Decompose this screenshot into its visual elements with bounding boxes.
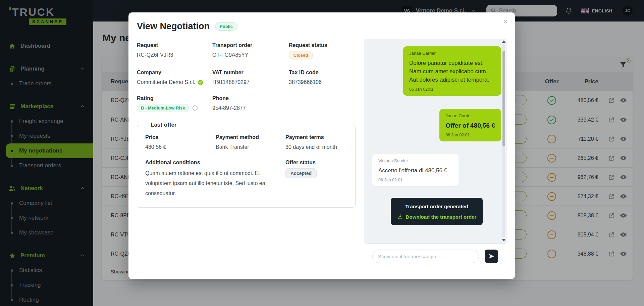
field-company: Company Committente Demo S.r.l. [137,70,212,85]
info-icon[interactable] [192,105,198,111]
field-vat: VAT number IT91148870297 [212,70,289,85]
message-text: Accetto l'offerta di 480,56 €. [378,166,452,175]
message-text: Dolore pariatur cupiditate est. Nam cum … [409,59,495,84]
scrollbar-thumb[interactable] [502,51,505,146]
field-request-status: Request status Closed [289,42,356,59]
chat-messages: Janae CarrierDolore pariatur cupiditate … [364,39,501,243]
modal-title: View Negotiation [137,21,210,32]
chat-bubble-carrier: Janae CarrierDolore pariatur cupiditate … [403,46,501,96]
message-timestamp: 06 Jan 02:01 [378,178,452,182]
last-offer-legend: Last offer [148,122,179,128]
verified-check-icon [198,80,203,85]
download-link-label: Download the transport order [406,214,477,220]
download-icon [397,214,403,220]
send-button[interactable] [485,250,498,263]
field-phone: Phone 954-897-2877 [212,95,289,112]
field-payment-terms: Payment terms 30 days end of month [285,134,347,150]
message-timestamp: 06 Jan 02:01 [409,87,495,92]
chat-scrollbar[interactable] [501,40,506,242]
message-sender: Janae Carrier [409,51,495,56]
chat-input-wrap [372,250,479,263]
rating-badge: B - Medium-Low Risk [137,104,189,112]
negotiation-details: View Negotiation Public Request RC-QZ6FV… [137,21,356,208]
chat-bubble-sender: Victoria SenderAccetto l'offerta di 480,… [372,154,459,186]
field-price: Price 480,56 € [145,134,216,150]
transport-order-title: Transport order generated [395,204,478,209]
last-offer-section: Last offer Price 480,56 € Payment method… [137,122,356,208]
message-sender: Janae Carrier [445,113,495,118]
transport-order-box: Transport order generatedDownload the tr… [391,198,483,225]
visibility-badge: Public [215,22,237,31]
download-transport-order-link[interactable]: Download the transport order [395,214,478,220]
close-icon[interactable]: ✕ [503,18,508,25]
send-icon [488,253,495,260]
message-text: Offer of 480,56 € [445,121,495,130]
message-sender: Victoria Sender [378,158,452,163]
message-timestamp: 06 Jan 02:01 [445,133,495,137]
chat-bubble-carrier: Janae CarrierOffer of 480,56 €06 Jan 02:… [439,109,501,141]
view-negotiation-modal: ✕ View Negotiation Public Request RC-QZ6… [128,12,515,279]
scroll-down-icon[interactable] [502,239,506,242]
chat-message-input[interactable] [372,250,479,263]
request-status-badge: Closed [289,51,313,59]
field-transport-order: Transport order OT-FG9A85YY [212,42,289,59]
field-tax-id: Tax ID code 38739666106 [289,70,356,85]
chat-panel: Janae CarrierDolore pariatur cupiditate … [364,39,507,244]
field-request: Request RC-QZ6FVJR3 [137,42,212,59]
scroll-up-icon[interactable] [502,40,506,43]
field-offer-status: Offer status Accepted [285,160,347,199]
field-rating: Rating B - Medium-Low Risk [137,95,212,112]
field-additional-conditions: Additional conditions Quam autem ratione… [145,160,266,199]
offer-status-badge: Accepted [285,168,317,178]
field-payment-method: Payment method Bank Transfer [216,134,285,150]
